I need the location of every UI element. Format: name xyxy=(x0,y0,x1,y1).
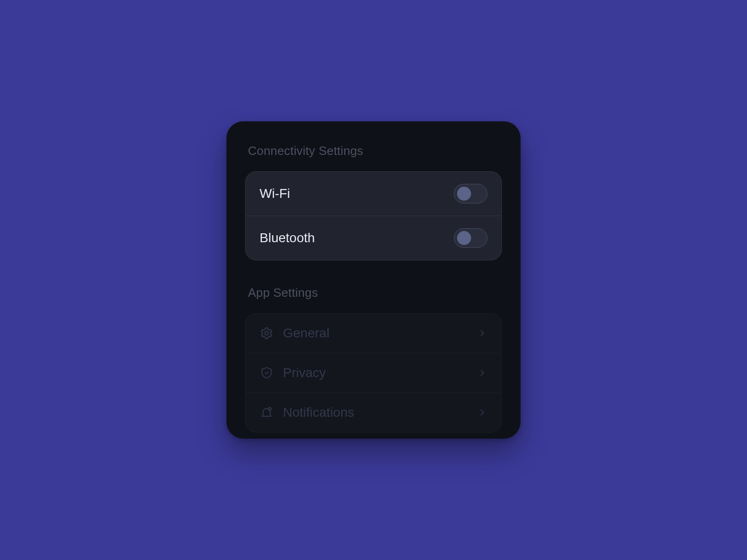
toggle-knob xyxy=(457,187,471,201)
connectivity-group: Wi-Fi Bluetooth xyxy=(245,171,502,260)
settings-card: Connectivity Settings Wi-Fi Bluetooth Ap… xyxy=(226,121,521,439)
wifi-row[interactable]: Wi-Fi xyxy=(246,172,501,216)
svg-point-0 xyxy=(265,331,268,335)
wifi-label: Wi-Fi xyxy=(260,186,290,201)
notifications-label: Notifications xyxy=(283,405,354,420)
bell-icon xyxy=(260,406,274,420)
gear-icon xyxy=(260,326,274,340)
wifi-toggle[interactable] xyxy=(454,184,487,203)
app-settings-group: General Privacy xyxy=(245,313,502,433)
bluetooth-row[interactable]: Bluetooth xyxy=(246,216,501,260)
bluetooth-toggle[interactable] xyxy=(454,228,487,248)
chevron-right-icon xyxy=(477,368,487,378)
app-section-title: App Settings xyxy=(248,286,499,300)
svg-point-1 xyxy=(268,407,271,410)
chevron-right-icon xyxy=(477,407,487,418)
general-row[interactable]: General xyxy=(246,314,501,353)
privacy-label: Privacy xyxy=(283,365,326,380)
shield-icon xyxy=(260,366,274,380)
connectivity-section-title: Connectivity Settings xyxy=(248,144,499,158)
chevron-right-icon xyxy=(477,328,487,338)
notifications-row[interactable]: Notifications xyxy=(246,392,501,432)
general-label: General xyxy=(283,326,330,341)
privacy-row[interactable]: Privacy xyxy=(246,353,501,392)
toggle-knob xyxy=(457,231,471,245)
bluetooth-label: Bluetooth xyxy=(260,231,315,245)
